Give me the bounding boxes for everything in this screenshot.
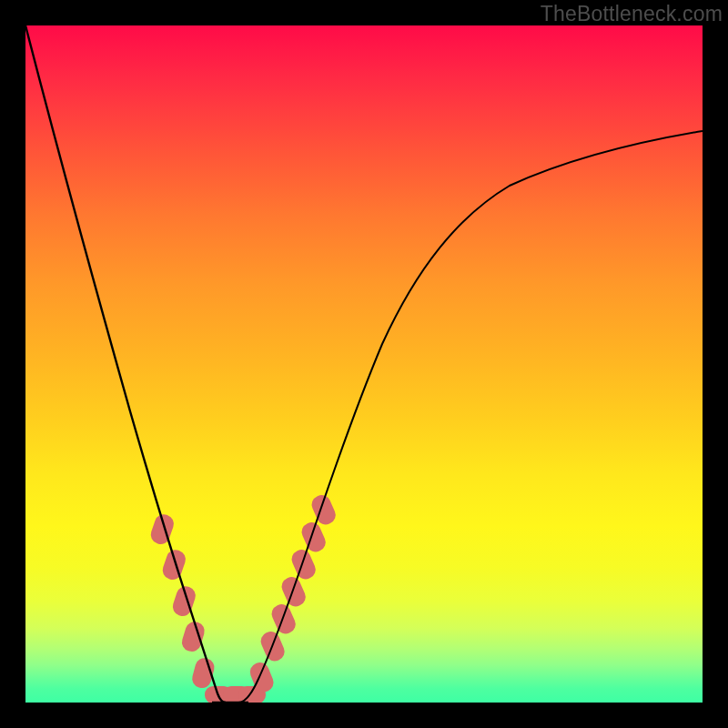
curve-right-branch xyxy=(238,131,703,703)
svg-rect-1 xyxy=(160,548,188,582)
watermark-text: TheBottleneck.com xyxy=(541,2,723,26)
svg-rect-10 xyxy=(268,602,298,637)
svg-rect-4 xyxy=(190,656,217,690)
svg-rect-12 xyxy=(288,547,318,582)
svg-rect-11 xyxy=(278,574,308,610)
curve-left-branch xyxy=(25,25,226,703)
chart-frame: TheBottleneck.com xyxy=(0,0,728,728)
svg-rect-13 xyxy=(298,520,329,555)
plot-area xyxy=(25,25,703,703)
curve-layer xyxy=(25,25,703,703)
svg-rect-14 xyxy=(308,492,339,528)
marker-pill-group xyxy=(148,492,339,703)
